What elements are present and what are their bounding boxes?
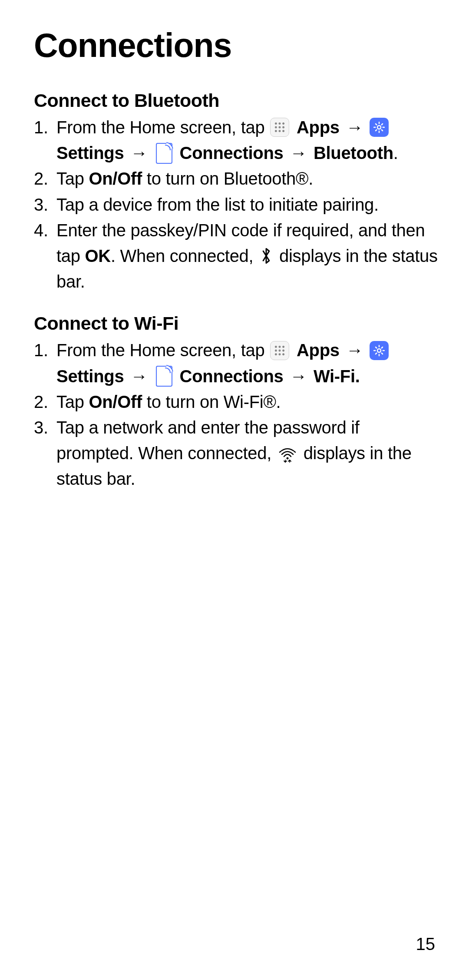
wifi-steps: From the Home screen, tap Apps → Setting… (34, 338, 439, 492)
step-text: Tap a device from the list to initiate p… (56, 195, 379, 214)
svg-point-0 (377, 126, 381, 129)
settings-label: Settings (56, 143, 124, 162)
list-item: From the Home screen, tap Apps → Setting… (34, 115, 439, 166)
apps-icon (270, 118, 289, 137)
arrow-icon: → (344, 341, 365, 360)
settings-label: Settings (56, 367, 124, 386)
target-label: Wi-Fi. (314, 367, 360, 386)
connections-icon (156, 143, 172, 164)
bluetooth-icon (260, 246, 273, 265)
connections-icon (156, 366, 172, 387)
arrow-icon: → (344, 118, 365, 137)
step-text: . When connected, (111, 246, 258, 265)
apps-icon (270, 341, 289, 360)
bold-text: On/Off (89, 392, 142, 411)
list-item: Tap a device from the list to initiate p… (34, 192, 439, 218)
target-label: Bluetooth (314, 143, 393, 162)
section-heading-wifi: Connect to Wi-Fi (34, 313, 439, 334)
section-heading-bluetooth: Connect to Bluetooth (34, 90, 439, 111)
list-item: Enter the passkey/PIN code if required, … (34, 218, 439, 295)
settings-icon (370, 118, 389, 137)
bold-text: On/Off (89, 169, 142, 188)
apps-label: Apps (297, 341, 340, 360)
step-text: Tap (56, 169, 89, 188)
arrow-icon: → (129, 143, 149, 162)
page-number: 15 (416, 934, 436, 954)
step-text: From the Home screen, tap (56, 118, 269, 137)
step-text: to turn on Wi-Fi®. (142, 392, 281, 411)
step-text: Tap (56, 392, 89, 411)
arrow-icon: → (288, 143, 309, 162)
list-item: Tap On/Off to turn on Wi-Fi®. (34, 389, 439, 415)
list-item: Tap On/Off to turn on Bluetooth®. (34, 166, 439, 192)
list-item: Tap a network and enter the password if … (34, 415, 439, 492)
bold-text: OK (85, 246, 111, 265)
apps-label: Apps (297, 118, 340, 137)
bluetooth-steps: From the Home screen, tap Apps → Setting… (34, 115, 439, 295)
list-item: From the Home screen, tap Apps → Setting… (34, 338, 439, 389)
svg-point-2 (286, 457, 288, 459)
arrow-icon: → (288, 367, 309, 386)
punct: . (393, 143, 398, 162)
settings-icon (370, 341, 389, 360)
connections-label: Connections (180, 143, 284, 162)
arrow-icon: → (129, 367, 149, 386)
connections-label: Connections (180, 367, 284, 386)
svg-point-1 (377, 349, 381, 352)
page-title: Connections (34, 26, 439, 65)
wifi-icon (278, 445, 297, 462)
step-text: From the Home screen, tap (56, 341, 269, 360)
step-text: to turn on Bluetooth®. (142, 169, 313, 188)
